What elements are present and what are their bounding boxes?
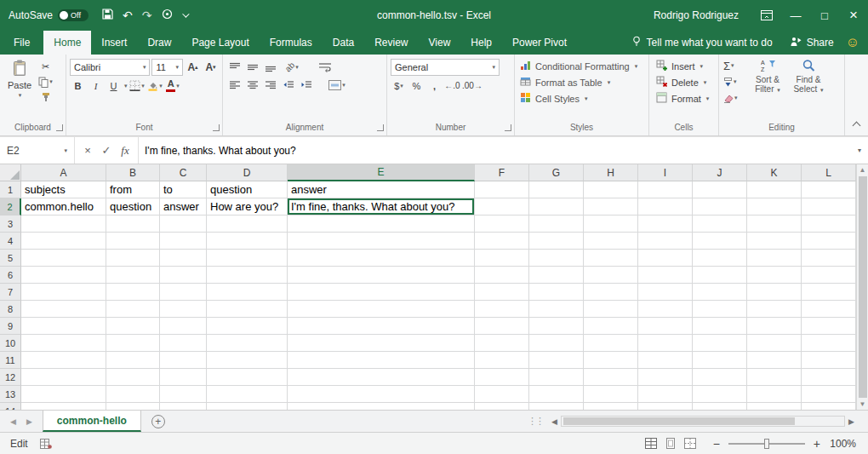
cell-A3[interactable] xyxy=(21,216,106,233)
scroll-up-icon[interactable]: ▲ xyxy=(859,166,866,174)
cell-H2[interactable] xyxy=(584,198,638,216)
cell-B11[interactable] xyxy=(106,352,160,369)
cell-E14[interactable] xyxy=(288,403,475,410)
cell-D7[interactable] xyxy=(207,284,288,301)
increase-indent-icon[interactable] xyxy=(298,77,314,93)
undo-icon[interactable]: ↶ xyxy=(123,9,133,21)
cell-C7[interactable] xyxy=(160,284,207,301)
cell-D14[interactable] xyxy=(207,403,288,410)
cell-B13[interactable] xyxy=(106,386,160,403)
row-header-12[interactable]: 12 xyxy=(0,369,21,386)
format-as-table-button[interactable]: Format as Table▾ xyxy=(517,74,647,90)
zoom-in-icon[interactable]: + xyxy=(814,437,820,451)
align-middle-icon[interactable] xyxy=(244,59,260,75)
tab-page-layout[interactable]: Page Layout xyxy=(181,31,259,55)
cell-J10[interactable] xyxy=(693,335,747,352)
cell-H8[interactable] xyxy=(584,301,638,318)
cell-D4[interactable] xyxy=(207,233,288,250)
cell-B3[interactable] xyxy=(106,216,160,233)
cell-L2[interactable] xyxy=(802,198,856,216)
cell-D13[interactable] xyxy=(207,386,288,403)
cell-E6[interactable] xyxy=(288,267,475,284)
cell-L14[interactable] xyxy=(802,403,856,410)
cell-B7[interactable] xyxy=(106,284,160,301)
cell-B14[interactable] xyxy=(106,403,160,410)
cell-D1[interactable]: question xyxy=(207,181,288,198)
cell-E3[interactable] xyxy=(288,216,475,233)
cell-G4[interactable] xyxy=(529,233,584,250)
cell-styles-button[interactable]: Cell Styles▾ xyxy=(517,90,647,106)
cell-F12[interactable] xyxy=(475,369,529,386)
align-right-icon[interactable] xyxy=(262,77,278,93)
cell-E13[interactable] xyxy=(288,386,475,403)
cell-A8[interactable] xyxy=(21,301,106,318)
row-header-13[interactable]: 13 xyxy=(0,386,21,403)
cell-A9[interactable] xyxy=(21,318,106,335)
cell-I6[interactable] xyxy=(638,267,693,284)
merge-center-icon[interactable]: ▾ xyxy=(323,77,351,93)
cell-F8[interactable] xyxy=(475,301,529,318)
vertical-scrollbar[interactable]: ▲ ▼ xyxy=(856,164,868,410)
horizontal-scroll-track[interactable] xyxy=(561,416,845,427)
cell-C2[interactable]: answer xyxy=(160,198,207,216)
copy-icon[interactable]: ▾ xyxy=(37,75,54,89)
cell-B2[interactable]: question xyxy=(106,198,160,216)
format-painter-icon[interactable] xyxy=(37,90,54,104)
cell-L11[interactable] xyxy=(802,352,856,369)
cell-C8[interactable] xyxy=(160,301,207,318)
delete-cells-button[interactable]: Delete▾ xyxy=(651,74,717,90)
format-cells-button[interactable]: Format▾ xyxy=(651,90,717,106)
font-size-select[interactable]: 11▾ xyxy=(151,59,183,76)
cell-B12[interactable] xyxy=(106,369,160,386)
column-header-L[interactable]: L xyxy=(802,164,856,181)
decrease-font-size-icon[interactable]: A▾ xyxy=(203,60,219,76)
row-header-9[interactable]: 9 xyxy=(0,318,21,335)
cell-G14[interactable] xyxy=(529,403,584,410)
column-header-I[interactable]: I xyxy=(638,164,693,181)
redo-icon[interactable]: ↷ xyxy=(142,9,152,21)
cell-B5[interactable] xyxy=(106,250,160,267)
cell-E12[interactable] xyxy=(288,369,475,386)
cell-J14[interactable] xyxy=(693,403,747,410)
cell-L3[interactable] xyxy=(802,216,856,233)
row-header-5[interactable]: 5 xyxy=(0,250,21,267)
font-color-icon[interactable]: A ▾ xyxy=(165,78,181,94)
cell-F1[interactable] xyxy=(475,181,529,198)
cell-G8[interactable] xyxy=(529,301,584,318)
cell-B6[interactable] xyxy=(106,267,160,284)
tab-draw[interactable]: Draw xyxy=(137,31,181,55)
scrollbar-resize-handle[interactable]: ⋮⋮ xyxy=(528,416,543,427)
cell-H6[interactable] xyxy=(584,267,638,284)
cell-D12[interactable] xyxy=(207,369,288,386)
cell-E8[interactable] xyxy=(288,301,475,318)
cell-G3[interactable] xyxy=(529,216,584,233)
cell-J1[interactable] xyxy=(693,181,747,198)
cell-J2[interactable] xyxy=(693,198,747,216)
cell-K8[interactable] xyxy=(747,301,802,318)
column-header-J[interactable]: J xyxy=(693,164,747,181)
formula-input[interactable]: I'm fine, thanks. What about you? xyxy=(139,137,851,164)
paste-button[interactable]: Paste ▾ xyxy=(2,58,37,104)
cell-C10[interactable] xyxy=(160,335,207,352)
insert-cells-button[interactable]: Insert▾ xyxy=(651,58,717,74)
cell-I3[interactable] xyxy=(638,216,693,233)
enter-icon[interactable]: ✓ xyxy=(97,137,116,164)
new-sheet-icon[interactable]: + xyxy=(151,415,165,428)
cell-C9[interactable] xyxy=(160,318,207,335)
cell-H11[interactable] xyxy=(584,352,638,369)
scroll-left-icon[interactable]: ◀ xyxy=(551,417,557,426)
next-sheet-icon[interactable]: ▶ xyxy=(26,417,32,426)
column-header-K[interactable]: K xyxy=(747,164,802,181)
cell-H7[interactable] xyxy=(584,284,638,301)
cell-L10[interactable] xyxy=(802,335,856,352)
autosave-toggle[interactable]: Off xyxy=(58,9,89,21)
cell-A7[interactable] xyxy=(21,284,106,301)
insert-function-icon[interactable]: fx xyxy=(116,137,134,164)
cell-G1[interactable] xyxy=(529,181,584,198)
sort-filter-button[interactable]: AZ Sort & Filter ▾ xyxy=(748,58,787,106)
column-header-C[interactable]: C xyxy=(160,164,207,181)
underline-dropdown-arrow[interactable]: ▾ xyxy=(124,83,128,89)
row-header-2[interactable]: 2 xyxy=(0,198,21,216)
tab-view[interactable]: View xyxy=(419,31,461,55)
cell-H3[interactable] xyxy=(584,216,638,233)
